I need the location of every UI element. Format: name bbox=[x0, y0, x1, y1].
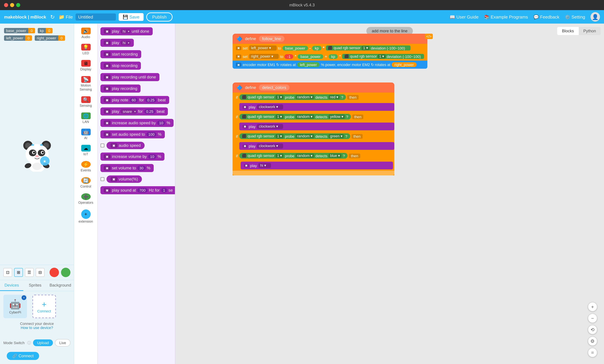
hi-dropdown[interactable]: hi bbox=[121, 29, 130, 34]
var-base-power: base_power 0 bbox=[4, 28, 35, 33]
entity-tabs: Devices Sprites Background bbox=[0, 280, 74, 291]
avatar[interactable]: 👤 bbox=[591, 12, 600, 22]
ai-icon: 🤖 bbox=[81, 129, 90, 135]
block-play-snare[interactable]: ▣ play snare for 0.25 beat bbox=[101, 108, 172, 116]
led-icon: 💡 bbox=[81, 44, 90, 50]
cat-lan[interactable]: 🌐 LAN bbox=[76, 110, 96, 126]
block-play-hi[interactable]: ▣ play hi bbox=[101, 39, 172, 47]
sprites-tab[interactable]: Sprites bbox=[24, 280, 47, 291]
feedback-link[interactable]: 💬 Feedback bbox=[533, 14, 559, 19]
project-title-input[interactable] bbox=[76, 13, 116, 20]
block-icon: ▣ bbox=[104, 63, 111, 68]
view-split-btn[interactable]: ⊞ bbox=[14, 268, 23, 277]
refresh-icon[interactable]: ↻ bbox=[49, 12, 56, 21]
code-area[interactable]: Blocks Python add more to the line 🔷 def… bbox=[175, 24, 604, 364]
zoom-in-btn[interactable]: + bbox=[588, 302, 597, 312]
code-canvas[interactable]: 🔷 define follow_line ▣ set left_power ▾ … bbox=[175, 24, 604, 364]
add-device-btn[interactable]: + Connect bbox=[32, 295, 56, 318]
block-play-recording-until-done[interactable]: ▣ play recording until done bbox=[101, 73, 172, 81]
stop-btn[interactable] bbox=[50, 268, 59, 277]
mode-info-icon[interactable]: ⓘ bbox=[27, 340, 31, 345]
cat-led[interactable]: 💡 LED bbox=[76, 42, 96, 57]
volume-checkbox[interactable] bbox=[101, 177, 104, 181]
cat-operators[interactable]: ➕ Operators bbox=[76, 191, 96, 207]
control-icon: 🔄 bbox=[81, 177, 90, 184]
left-power-dropdown[interactable]: left_power ▾ bbox=[249, 46, 277, 50]
sensor-cond-blue: ⬛ quad rgb sensor 1 ▾ probe random ▾ det… bbox=[239, 153, 348, 158]
block-increase-volume[interactable]: ▣ increase volume by 10 % bbox=[101, 153, 172, 161]
view-controls: ⊡ ⊞ ☰ ⊟ bbox=[0, 265, 74, 280]
block-play-note[interactable]: ▣ play note 60 for 0.25 beat bbox=[101, 96, 172, 104]
minimize-button[interactable] bbox=[10, 3, 14, 7]
cat-ai-label: AI bbox=[84, 136, 88, 140]
equals-btn[interactable]: = bbox=[588, 348, 597, 357]
cyberpi-device[interactable]: × 🤖 CyberPi bbox=[3, 295, 27, 318]
maximize-button[interactable] bbox=[16, 3, 20, 7]
upload-mode-btn[interactable]: Upload bbox=[33, 340, 53, 346]
view-list-btn[interactable]: ☰ bbox=[25, 268, 34, 277]
connect-area: Connect your device How to use device? bbox=[3, 318, 70, 333]
example-programs-link[interactable]: 📚 Example Programs bbox=[484, 14, 528, 19]
if-green-body: ▣ play clockwork ▾ bbox=[239, 141, 394, 151]
vol-val: 10 bbox=[148, 154, 156, 159]
cat-led-label: LED bbox=[83, 51, 89, 55]
save-button[interactable]: 💾 Save bbox=[119, 13, 143, 21]
cat-control[interactable]: 🔄 Control bbox=[76, 175, 96, 191]
cat-sensing-label: Sensing bbox=[80, 104, 92, 108]
var-kp: kp 0 bbox=[38, 28, 52, 33]
cat-events[interactable]: ⚡ Events bbox=[76, 159, 96, 174]
fit-screen-btn[interactable]: ⟲ bbox=[588, 325, 597, 334]
cat-sensing[interactable]: 🔍 Sensing bbox=[76, 94, 96, 110]
user-guide-link[interactable]: 📖 User Guide bbox=[450, 14, 478, 19]
file-menu[interactable]: 📁 File bbox=[59, 14, 73, 20]
view-full-btn[interactable]: ⊡ bbox=[3, 268, 12, 277]
block-increase-audio-speed[interactable]: ▣ increase audio speed by 10 % bbox=[101, 119, 172, 127]
define-header: 🔷 define follow_line bbox=[233, 34, 428, 44]
play-btn[interactable] bbox=[61, 268, 70, 277]
block-set-audio-speed[interactable]: ▣ set audio speed to 100 % bbox=[101, 130, 172, 138]
close-button[interactable] bbox=[4, 3, 8, 7]
background-tab[interactable]: Background bbox=[47, 280, 74, 291]
code-view-icon[interactable]: </> bbox=[425, 34, 433, 39]
cat-display[interactable]: 🖥 Display bbox=[76, 58, 96, 73]
kp2: kp bbox=[329, 54, 338, 59]
snare-dropdown[interactable]: snare bbox=[121, 109, 137, 114]
block-start-recording[interactable]: ▣ start recording bbox=[101, 50, 172, 58]
block-icon: ▣ bbox=[104, 166, 111, 170]
set-left-power-block: ▣ set left_power ▾ to base_power - kp * … bbox=[233, 44, 428, 52]
audio-speed-checkbox[interactable] bbox=[101, 144, 104, 147]
block-play-sound[interactable]: ▣ play sound at 700 Hz for 1 se bbox=[101, 186, 172, 194]
block-play-hi-until-done[interactable]: ▣ play hi until done bbox=[101, 27, 172, 35]
if-yellow-body: ▣ play clockwork ▾ bbox=[239, 121, 394, 132]
extension-icon: ＋ bbox=[81, 209, 90, 219]
cat-audio[interactable]: 🔊 Audio bbox=[76, 25, 96, 41]
live-mode-btn[interactable]: Live bbox=[55, 339, 70, 347]
publish-button[interactable]: Publish bbox=[146, 12, 173, 21]
cat-iot[interactable]: ☁ IoT bbox=[76, 143, 96, 158]
block-stop-recording[interactable]: ▣ stop recording bbox=[101, 62, 172, 70]
cat-iot-label: IoT bbox=[83, 152, 88, 156]
zoom-controls: + − ⟲ ⚙ = bbox=[588, 302, 597, 357]
device-close-icon[interactable]: × bbox=[22, 295, 26, 300]
cat-motion[interactable]: 📡 Motion Sensing bbox=[76, 74, 96, 94]
block-set-volume[interactable]: ▣ set volume to 30 % bbox=[101, 164, 172, 172]
block-play-recording[interactable]: ▣ play recording bbox=[101, 85, 172, 93]
cat-extension[interactable]: ＋ extension bbox=[76, 207, 96, 226]
connect-button[interactable]: 🔗 Connect bbox=[7, 352, 39, 360]
devices-tab[interactable]: Devices bbox=[0, 280, 24, 291]
mode-switch-label: Mode Switch bbox=[3, 341, 25, 345]
if-green-group: if ⬛ quad rgb sensor 1 ▾ probe random ▾ … bbox=[233, 132, 394, 151]
setting-link[interactable]: ⚙️ Setting bbox=[565, 14, 585, 19]
settings-btn[interactable]: ⚙ bbox=[588, 336, 597, 346]
how-to-link[interactable]: How to use device? bbox=[3, 326, 70, 330]
hi-dropdown2[interactable]: hi bbox=[121, 40, 130, 45]
play-clockwork-red: ▣ play clockwork ▾ bbox=[239, 103, 394, 111]
if-blue-condition: if ⬛ quad rgb sensor 1 ▾ probe random ▾ … bbox=[233, 151, 394, 160]
cat-ai[interactable]: 🤖 AI bbox=[76, 127, 96, 142]
speed-val: 10 bbox=[157, 121, 165, 125]
zoom-out-btn[interactable]: − bbox=[588, 314, 597, 323]
base-power2: base_power bbox=[298, 54, 323, 59]
rec-controls bbox=[50, 268, 70, 277]
view-grid-btn[interactable]: ⊟ bbox=[36, 268, 45, 277]
right-power-dropdown[interactable]: right_power ▾ bbox=[249, 54, 279, 59]
